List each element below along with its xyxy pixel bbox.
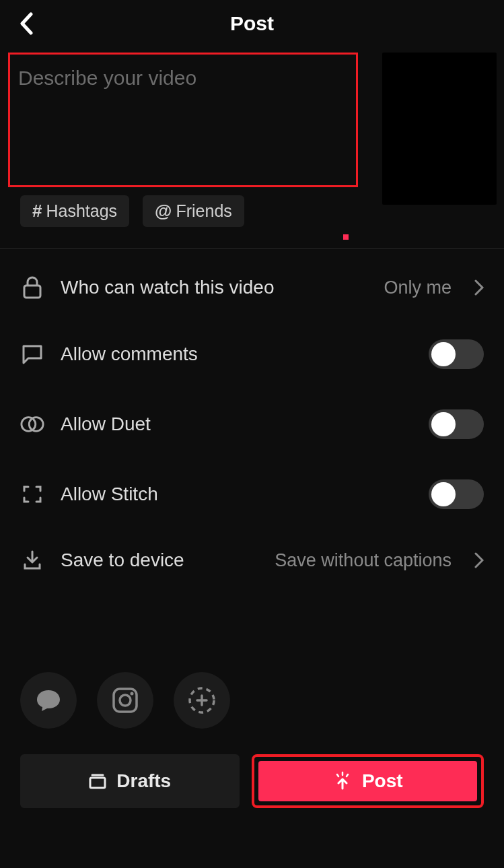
compose-area: Describe your video # Hashtags @ Friends (0, 47, 504, 227)
duet-row: Allow Duet (20, 389, 484, 459)
duet-label: Allow Duet (61, 413, 412, 435)
hashtags-label: Hashtags (46, 201, 117, 221)
instagram-icon (110, 686, 140, 715)
save-label: Save to device (61, 549, 258, 571)
caption-placeholder: Describe your video (18, 67, 348, 90)
stitch-toggle[interactable] (429, 479, 484, 509)
chips-row: # Hashtags @ Friends (20, 195, 370, 227)
svg-rect-3 (114, 689, 137, 712)
comments-toggle[interactable] (429, 339, 484, 369)
post-button[interactable]: Post (258, 761, 478, 801)
duet-toggle[interactable] (429, 409, 484, 439)
bottom-buttons: Drafts Post (0, 754, 504, 808)
hash-icon: # (32, 201, 42, 222)
settings-list: Who can watch this video Only me Allow c… (0, 249, 504, 591)
svg-point-4 (120, 695, 131, 706)
post-button-highlight: Post (252, 754, 484, 808)
video-thumbnail[interactable] (382, 53, 497, 205)
duet-icon (20, 415, 44, 434)
share-instagram-button[interactable] (97, 672, 153, 729)
chevron-right-icon (474, 279, 484, 296)
comments-label: Allow comments (61, 343, 412, 365)
header: Post (0, 0, 504, 47)
chevron-left-icon (19, 12, 34, 35)
drafts-icon (88, 772, 107, 790)
speech-bubble-icon (35, 688, 62, 713)
drafts-button[interactable]: Drafts (20, 754, 240, 808)
share-story-button[interactable] (174, 672, 230, 729)
hashtags-button[interactable]: # Hashtags (20, 195, 129, 227)
stitch-icon (20, 483, 44, 505)
friends-label: Friends (176, 201, 231, 221)
at-icon: @ (155, 201, 172, 222)
comments-row: Allow comments (20, 319, 484, 389)
compose-left: Describe your video # Hashtags @ Friends (20, 53, 370, 227)
indicator-dot (343, 234, 349, 240)
chevron-right-icon (474, 552, 484, 568)
stitch-label: Allow Stitch (61, 483, 412, 505)
drafts-label: Drafts (116, 770, 171, 792)
caption-input[interactable]: Describe your video (8, 53, 358, 187)
download-icon (20, 549, 44, 571)
comment-icon (20, 344, 44, 364)
svg-point-5 (131, 692, 134, 696)
post-icon (332, 771, 353, 791)
svg-rect-0 (24, 286, 40, 298)
save-row[interactable]: Save to device Save without captions (20, 529, 484, 591)
svg-rect-7 (90, 778, 105, 788)
stitch-row: Allow Stitch (20, 459, 484, 529)
privacy-label: Who can watch this video (61, 277, 367, 298)
back-button[interactable] (19, 12, 34, 35)
share-row (0, 672, 504, 729)
share-message-button[interactable] (20, 672, 77, 729)
privacy-row[interactable]: Who can watch this video Only me (20, 256, 484, 319)
friends-button[interactable]: @ Friends (143, 195, 244, 227)
page-title: Post (230, 12, 274, 35)
lock-icon (20, 276, 44, 299)
post-label: Post (362, 770, 403, 792)
privacy-value: Only me (384, 277, 452, 298)
save-value: Save without captions (275, 550, 452, 571)
story-icon (186, 684, 218, 716)
